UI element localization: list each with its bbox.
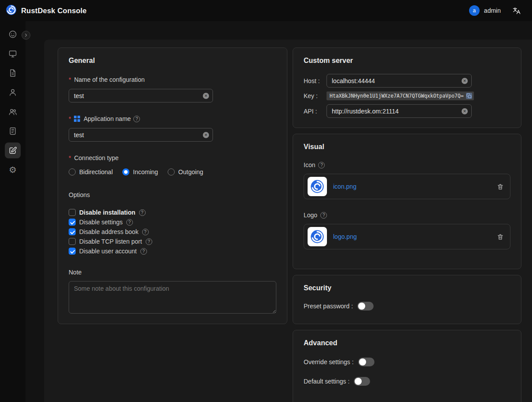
help-icon[interactable]: ? — [318, 162, 325, 168]
icon-label: Icon ? — [304, 161, 510, 168]
radio-dot — [122, 168, 129, 175]
default-settings-label: Default settings : — [304, 378, 349, 385]
override-settings-label: Override settings : — [304, 358, 354, 365]
required-asterisk: * — [69, 76, 71, 83]
clear-icon[interactable]: ✕ — [203, 93, 209, 99]
sidebar-item-logs[interactable] — [5, 123, 21, 139]
sidebar-item-settings[interactable]: ⚙ — [5, 162, 21, 178]
general-card: General * Name of the configuration ✕ * … — [58, 48, 287, 324]
help-icon[interactable]: ? — [142, 229, 149, 235]
radio-outgoing[interactable]: Outgoing — [168, 168, 203, 175]
top-bar: RustDesk Console a admin — [0, 0, 532, 21]
help-icon[interactable]: ? — [320, 212, 327, 219]
sidebar-item-overview[interactable] — [5, 26, 21, 42]
language-icon[interactable] — [512, 7, 521, 15]
checkbox — [69, 238, 76, 245]
clear-icon[interactable]: ✕ — [462, 108, 468, 114]
brand: RustDesk Console — [6, 4, 87, 17]
api-label: API : — [304, 108, 327, 115]
windows-icon — [74, 116, 80, 122]
icon-file-link[interactable]: icon.png — [333, 183, 356, 190]
icon-file-row: icon.png — [304, 174, 510, 199]
sidebar-item-devices[interactable] — [5, 46, 21, 62]
checkbox — [69, 228, 76, 235]
help-icon[interactable]: ? — [140, 248, 147, 255]
app-name-input[interactable] — [69, 128, 213, 142]
preset-password-label: Preset password : — [304, 303, 353, 310]
sidebar-item-groups[interactable] — [5, 104, 21, 120]
checkbox — [69, 209, 76, 216]
host-label: Host : — [304, 77, 327, 84]
edit-icon — [8, 146, 17, 155]
trash-icon[interactable] — [497, 183, 504, 190]
preset-password-toggle[interactable] — [357, 302, 374, 311]
visual-card: Visual Icon ? icon.png — [293, 134, 521, 269]
copy-icon[interactable] — [466, 93, 472, 99]
gear-icon: ⚙ — [9, 165, 17, 174]
check-disable-tcp-listen-port[interactable]: Disable TCP listen port ? — [69, 238, 276, 245]
sidebar-item-custom-clients[interactable] — [5, 143, 21, 158]
connection-type-label: * Connection type — [69, 154, 276, 161]
username[interactable]: admin — [484, 7, 501, 14]
right-column: Custom server Host : ✕ Key : HtaXBkJNHyn… — [293, 48, 521, 402]
help-icon[interactable]: ? — [139, 209, 146, 216]
override-settings-toggle[interactable] — [358, 358, 374, 366]
user-icon — [8, 88, 17, 97]
required-asterisk: * — [69, 154, 71, 161]
sidebar-expand-button[interactable] — [22, 31, 30, 40]
checkbox — [69, 219, 76, 226]
rustdesk-logo-icon — [6, 4, 17, 17]
required-asterisk: * — [69, 115, 71, 122]
radio-bidirectional[interactable]: Bidirectional — [69, 168, 113, 175]
server-key-chip: HtaXBkJNHyn0e1U1jWXze7A7CN7QTGWqxkOtpaVp… — [327, 91, 474, 100]
smiley-icon — [8, 30, 17, 39]
connection-type-group: Bidirectional Incoming Outgoing — [69, 168, 276, 175]
check-disable-settings[interactable]: Disable settings ? — [69, 219, 276, 226]
note-label: Note — [69, 269, 276, 276]
icon-thumbnail — [308, 177, 327, 196]
check-disable-installation[interactable]: Disable installation ? — [69, 209, 276, 216]
trash-icon[interactable] — [497, 233, 504, 241]
radio-dot — [168, 168, 175, 175]
check-disable-user-account[interactable]: Disable user account ? — [69, 248, 276, 255]
logo-label: Logo ? — [304, 212, 510, 219]
advanced-card: Advanced Override settings : Default set… — [293, 330, 521, 402]
default-settings-toggle[interactable] — [354, 377, 370, 386]
options-label: Options — [69, 191, 276, 198]
monitor-icon — [8, 49, 17, 58]
custom-server-card: Custom server Host : ✕ Key : HtaXBkJNHyn… — [293, 48, 521, 128]
sidebar-item-users[interactable] — [5, 84, 21, 100]
radio-dot — [69, 168, 76, 175]
avatar[interactable]: a — [469, 5, 480, 16]
users-group-icon — [8, 107, 17, 116]
note-textarea[interactable] — [69, 281, 276, 314]
help-icon[interactable]: ? — [146, 238, 152, 245]
logo-file-link[interactable]: logo.png — [333, 233, 357, 240]
content-panel: General * Name of the configuration ✕ * … — [44, 40, 532, 402]
custom-server-title: Custom server — [304, 57, 510, 65]
host-input[interactable] — [327, 74, 472, 88]
radio-incoming[interactable]: Incoming — [122, 168, 158, 175]
general-title: General — [69, 57, 276, 65]
clear-icon[interactable]: ✕ — [462, 78, 468, 84]
server-key-value: HtaXBkJNHyn0e1U1jWXze7A7CN7QTGWqxkOtpaVp… — [330, 93, 464, 99]
api-input[interactable] — [327, 104, 472, 118]
visual-title: Visual — [304, 143, 510, 151]
document-icon — [8, 69, 17, 77]
check-disable-address-book[interactable]: Disable address book ? — [69, 228, 276, 235]
app-name-label: * Application name ? — [69, 115, 276, 122]
advanced-title: Advanced — [304, 339, 510, 347]
checkbox — [69, 248, 76, 255]
help-icon[interactable]: ? — [126, 219, 133, 226]
security-card: Security Preset password : — [293, 275, 521, 324]
key-label: Key : — [304, 92, 327, 99]
security-title: Security — [304, 284, 510, 292]
sidebar-item-documents[interactable] — [5, 65, 21, 81]
config-name-label: * Name of the configuration — [69, 76, 276, 83]
logo-file-row: logo.png — [304, 224, 510, 249]
clear-icon[interactable]: ✕ — [203, 132, 209, 138]
help-icon[interactable]: ? — [133, 116, 140, 122]
app-title: RustDesk Console — [21, 7, 87, 15]
logo-thumbnail — [308, 227, 327, 246]
config-name-input[interactable] — [69, 89, 213, 102]
